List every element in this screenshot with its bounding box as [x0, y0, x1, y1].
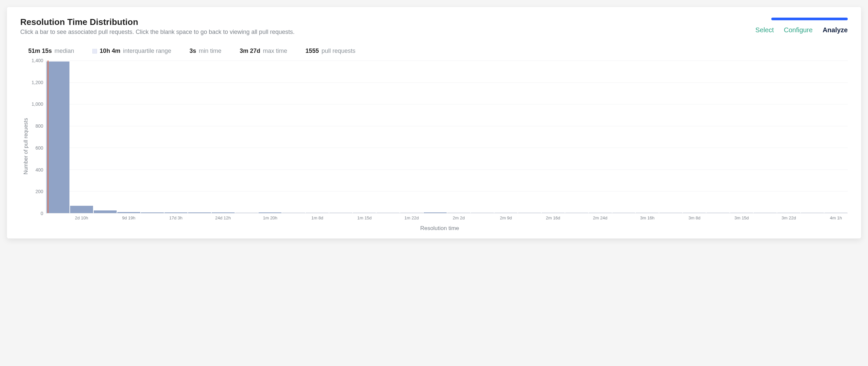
x-tick: 17d 3h	[164, 215, 188, 220]
bar-slot[interactable]	[730, 61, 753, 213]
histogram-bar[interactable]	[754, 212, 777, 213]
bar-slot[interactable]	[235, 61, 258, 213]
histogram-bar[interactable]	[212, 212, 235, 213]
histogram-bar[interactable]	[164, 212, 187, 213]
bar-slot[interactable]	[305, 61, 329, 213]
bar-slot[interactable]	[777, 61, 801, 213]
tabs-block: Select Configure Analyze	[755, 18, 848, 34]
histogram-bar[interactable]	[235, 212, 258, 213]
histogram-bar[interactable]	[613, 212, 636, 213]
bar-slot[interactable]	[141, 61, 164, 213]
histogram-bar[interactable]	[471, 212, 494, 213]
bar-slot[interactable]	[565, 61, 589, 213]
bar-slot[interactable]	[352, 61, 376, 213]
histogram-bar[interactable]	[400, 212, 423, 213]
histogram-bar[interactable]	[282, 212, 305, 213]
histogram-bar[interactable]	[46, 61, 69, 213]
x-tick	[470, 215, 494, 220]
bar-slot[interactable]	[824, 61, 848, 213]
histogram-bar[interactable]	[589, 212, 612, 213]
tab-select[interactable]: Select	[755, 26, 774, 34]
bar-slot[interactable]	[494, 61, 518, 213]
histogram-bar[interactable]	[636, 212, 659, 213]
x-tick: 3m 8d	[683, 215, 706, 220]
bar-slot[interactable]	[164, 61, 188, 213]
histogram-bar[interactable]	[447, 212, 470, 213]
progress-indicator	[771, 18, 848, 20]
x-tick	[706, 215, 730, 220]
x-tick	[518, 215, 541, 220]
histogram-bar[interactable]	[565, 212, 588, 213]
bar-slot[interactable]	[801, 61, 824, 213]
histogram-bar[interactable]	[258, 212, 281, 213]
histogram-bar[interactable]	[659, 212, 682, 213]
bar-slot[interactable]	[470, 61, 494, 213]
histogram-bar[interactable]	[801, 212, 824, 213]
bar-slot[interactable]	[117, 61, 141, 213]
plot-area[interactable]	[46, 61, 848, 213]
x-tick	[46, 215, 70, 220]
bar-slot[interactable]	[753, 61, 777, 213]
stat-iqr-label: interquartile range	[123, 48, 171, 55]
bar-slot[interactable]	[636, 61, 659, 213]
histogram-bar[interactable]	[542, 212, 565, 213]
x-tick: 2m 24d	[589, 215, 612, 220]
stat-count: 1555 pull requests	[305, 48, 355, 55]
histogram-bar[interactable]	[518, 212, 541, 213]
histogram-bar[interactable]	[376, 212, 399, 213]
bar-slot[interactable]	[46, 61, 70, 213]
histogram-bar[interactable]	[306, 212, 329, 213]
bar-slot[interactable]	[282, 61, 305, 213]
histogram-bar[interactable]	[94, 210, 117, 213]
bar-slot[interactable]	[612, 61, 636, 213]
histogram-bar[interactable]	[353, 212, 376, 213]
stat-median-label: median	[55, 48, 74, 55]
stat-count-label: pull requests	[321, 48, 355, 55]
histogram-bar[interactable]	[494, 212, 518, 213]
histogram-bar[interactable]	[424, 212, 446, 213]
histogram-bar[interactable]	[329, 212, 352, 213]
bar-slot[interactable]	[423, 61, 447, 213]
tab-configure[interactable]: Configure	[784, 26, 813, 34]
histogram-bar[interactable]	[70, 206, 93, 213]
bar-slot[interactable]	[93, 61, 117, 213]
histogram-bar[interactable]	[707, 212, 730, 213]
bar-slot[interactable]	[329, 61, 352, 213]
bar-slot[interactable]	[188, 61, 211, 213]
bar-slot[interactable]	[659, 61, 683, 213]
bar-slot[interactable]	[447, 61, 470, 213]
y-axis-ticks: 1,4001,2001,0008006004002000	[32, 61, 46, 213]
bar-slot[interactable]	[541, 61, 565, 213]
x-axis-ticks: 2d 10h9d 19h17d 3h24d 12h1m 20h1m 8d1m 1…	[46, 215, 848, 220]
x-tick	[93, 215, 117, 220]
bar-slot[interactable]	[211, 61, 235, 213]
histogram-bar[interactable]	[825, 212, 847, 213]
bar-slot[interactable]	[683, 61, 706, 213]
x-tick	[188, 215, 211, 220]
x-tick	[329, 215, 352, 220]
histogram-bar[interactable]	[683, 212, 706, 213]
median-line	[48, 61, 49, 213]
bar-slot[interactable]	[518, 61, 541, 213]
bar-slot[interactable]	[258, 61, 282, 213]
histogram-bar[interactable]	[141, 212, 164, 213]
x-tick: 24d 12h	[211, 215, 235, 220]
stat-iqr-value: 10h 4m	[100, 48, 120, 55]
x-tick	[801, 215, 824, 220]
bar-slot[interactable]	[70, 61, 93, 213]
histogram-bar[interactable]	[188, 212, 211, 213]
tabs: Select Configure Analyze	[755, 26, 848, 34]
histogram-bar[interactable]	[117, 212, 140, 213]
x-tick	[753, 215, 777, 220]
bar-slot[interactable]	[589, 61, 612, 213]
bar-slot[interactable]	[376, 61, 400, 213]
histogram-bar[interactable]	[777, 212, 800, 213]
histogram-bar[interactable]	[730, 212, 753, 213]
x-tick	[565, 215, 589, 220]
bar-slot[interactable]	[400, 61, 423, 213]
bar-slot[interactable]	[706, 61, 730, 213]
stat-median-value: 51m 15s	[28, 48, 52, 55]
tab-analyze[interactable]: Analyze	[823, 26, 848, 34]
stat-median: 51m 15s median	[20, 48, 74, 55]
x-axis-label: Resolution time	[32, 225, 848, 232]
